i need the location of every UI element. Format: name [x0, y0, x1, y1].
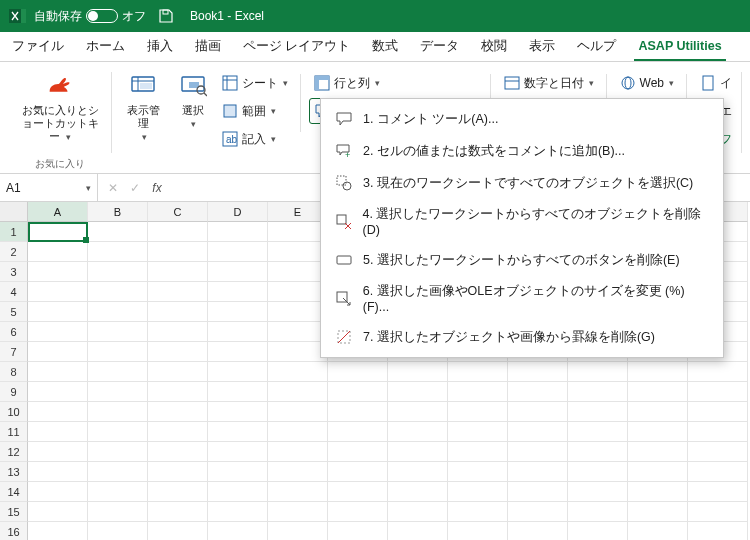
cell[interactable] [148, 242, 208, 262]
cell[interactable] [268, 362, 328, 382]
row-head-12[interactable]: 12 [0, 442, 28, 462]
cell[interactable] [88, 302, 148, 322]
cell[interactable] [148, 222, 208, 242]
cell[interactable] [88, 482, 148, 502]
rowcol-button[interactable]: 行と列▾ [309, 70, 482, 96]
row-head-10[interactable]: 10 [0, 402, 28, 422]
cell[interactable] [148, 282, 208, 302]
cell[interactable] [208, 342, 268, 362]
cell[interactable] [148, 322, 208, 342]
cell[interactable] [88, 502, 148, 522]
cell[interactable] [508, 482, 568, 502]
cell[interactable] [208, 262, 268, 282]
cell[interactable] [628, 502, 688, 522]
cell[interactable] [208, 482, 268, 502]
cell[interactable] [448, 462, 508, 482]
cell[interactable] [448, 522, 508, 540]
cell[interactable] [388, 502, 448, 522]
menu-add-value-comment[interactable]: +2. セルの値または数式をコメントに追加(B)... [321, 135, 723, 167]
cell[interactable] [268, 302, 328, 322]
cell[interactable] [328, 522, 388, 540]
row-head-15[interactable]: 15 [0, 502, 28, 522]
cell[interactable] [148, 362, 208, 382]
cell[interactable] [88, 402, 148, 422]
cell[interactable] [268, 242, 328, 262]
cell[interactable] [268, 462, 328, 482]
cell[interactable] [268, 382, 328, 402]
note-button[interactable]: ab記入▾ [217, 126, 292, 152]
cell[interactable] [148, 342, 208, 362]
cell[interactable] [28, 382, 88, 402]
cell[interactable] [88, 462, 148, 482]
row-head-13[interactable]: 13 [0, 462, 28, 482]
cancel-icon[interactable]: ✕ [104, 181, 122, 195]
cell[interactable] [628, 462, 688, 482]
select-all-corner[interactable] [0, 202, 28, 222]
cell[interactable] [508, 402, 568, 422]
cell[interactable] [148, 482, 208, 502]
accept-icon[interactable]: ✓ [126, 181, 144, 195]
cell[interactable] [268, 342, 328, 362]
cell[interactable] [448, 382, 508, 402]
row-head-8[interactable]: 8 [0, 362, 28, 382]
cell[interactable] [568, 402, 628, 422]
cell[interactable] [388, 442, 448, 462]
sheet-button[interactable]: シート▾ [217, 70, 292, 96]
cell[interactable] [388, 362, 448, 382]
cell[interactable] [268, 282, 328, 302]
tab-help[interactable]: ヘルプ [573, 32, 620, 61]
row-head-4[interactable]: 4 [0, 282, 28, 302]
cell[interactable] [28, 222, 88, 242]
tab-review[interactable]: 校閲 [477, 32, 511, 61]
cell[interactable] [28, 242, 88, 262]
cell[interactable] [28, 482, 88, 502]
row-head-6[interactable]: 6 [0, 322, 28, 342]
web-button[interactable]: Web▾ [615, 70, 678, 96]
cell[interactable] [148, 462, 208, 482]
col-head-D[interactable]: D [208, 202, 268, 222]
menu-comment-tools[interactable]: 1. コメント ツール(A)... [321, 103, 723, 135]
cell[interactable] [28, 422, 88, 442]
fx-icon[interactable]: fx [148, 181, 166, 195]
cell[interactable] [88, 422, 148, 442]
cell[interactable] [88, 362, 148, 382]
row-head-5[interactable]: 5 [0, 302, 28, 322]
cell[interactable] [208, 502, 268, 522]
cell[interactable] [268, 222, 328, 242]
cell[interactable] [88, 442, 148, 462]
cell[interactable] [328, 502, 388, 522]
row-head-16[interactable]: 16 [0, 522, 28, 540]
row-head-9[interactable]: 9 [0, 382, 28, 402]
cell[interactable] [208, 422, 268, 442]
cell[interactable] [568, 442, 628, 462]
cell[interactable] [208, 222, 268, 242]
menu-select-all-objects[interactable]: 3. 現在のワークシートですべてのオブジェクトを選択(C) [321, 167, 723, 199]
cell[interactable] [268, 482, 328, 502]
cell[interactable] [28, 362, 88, 382]
cell[interactable] [28, 522, 88, 540]
ext1-button[interactable]: イ [695, 70, 736, 96]
cell[interactable] [268, 522, 328, 540]
row-head-1[interactable]: 1 [0, 222, 28, 242]
cell[interactable] [268, 262, 328, 282]
cell[interactable] [88, 222, 148, 242]
cell[interactable] [388, 402, 448, 422]
cell[interactable] [28, 342, 88, 362]
cell[interactable] [688, 522, 748, 540]
cell[interactable] [148, 422, 208, 442]
cell[interactable] [208, 302, 268, 322]
col-head-A[interactable]: A [28, 202, 88, 222]
cell[interactable] [628, 362, 688, 382]
cell[interactable] [208, 442, 268, 462]
cell[interactable] [388, 382, 448, 402]
favorites-button[interactable]: お気に入りとショートカットキー ▾ [14, 68, 106, 146]
cell[interactable] [568, 362, 628, 382]
cell[interactable] [148, 522, 208, 540]
cell[interactable] [148, 302, 208, 322]
cell[interactable] [88, 282, 148, 302]
tab-page-layout[interactable]: ページ レイアウト [239, 32, 354, 61]
cell[interactable] [388, 462, 448, 482]
cell[interactable] [508, 362, 568, 382]
cell[interactable] [688, 482, 748, 502]
cell[interactable] [208, 462, 268, 482]
